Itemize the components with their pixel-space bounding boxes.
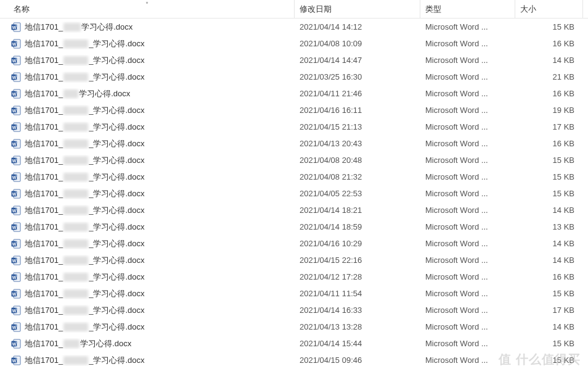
- file-row[interactable]: W 地信1701_学习心得.docx2021/04/14 14:12Micros…: [0, 19, 588, 35]
- file-size-cell: 15 KB: [515, 156, 583, 165]
- file-row[interactable]: W 地信1701__学习心得.docx2021/04/08 20:48Micro…: [0, 152, 588, 168]
- file-row[interactable]: W 地信1701__学习心得.docx2021/04/14 14:47Micro…: [0, 52, 588, 69]
- file-name-prefix: 地信1701_: [25, 22, 63, 33]
- file-name: 地信1701__学习心得.docx: [25, 205, 144, 216]
- file-row[interactable]: W 地信1701__学习心得.docx2021/04/15 21:13Micro…: [0, 118, 588, 135]
- column-header-date[interactable]: 修改日期: [295, 0, 420, 18]
- file-row[interactable]: W 地信1701__学习心得.docx2021/04/14 16:33Micro…: [0, 302, 588, 318]
- redacted-name-segment: [63, 56, 88, 65]
- file-type-cell: Microsoft Word ...: [420, 156, 515, 165]
- file-name: 地信1701_学习心得.docx: [25, 22, 133, 33]
- file-name-cell: W 地信1701__学习心得.docx: [0, 205, 295, 216]
- file-row[interactable]: W 地信1701_学习心得.docx2021/04/11 21:46Micros…: [0, 85, 588, 102]
- file-type-cell: Microsoft Word ...: [420, 56, 515, 65]
- file-name: 地信1701__学习心得.docx: [25, 355, 144, 366]
- word-document-icon: W: [11, 156, 21, 165]
- file-name-prefix: 地信1701_: [25, 255, 63, 266]
- file-row[interactable]: W 地信1701__学习心得.docx2021/04/14 18:59Micro…: [0, 218, 588, 235]
- word-document-icon: W: [11, 172, 21, 182]
- file-name-prefix: 地信1701_: [25, 288, 63, 299]
- column-header-type[interactable]: 类型: [420, 0, 515, 18]
- svg-text:W: W: [12, 308, 17, 312]
- file-name: 地信1701__学习心得.docx: [25, 122, 144, 133]
- file-name-prefix: 地信1701_: [25, 322, 63, 333]
- word-document-icon: W: [11, 89, 21, 99]
- file-name: 地信1701__学习心得.docx: [25, 38, 144, 49]
- file-row[interactable]: W 地信1701__学习心得.docx2021/03/25 16:30Micro…: [0, 69, 588, 85]
- file-row[interactable]: W 地信1701__学习心得.docx2021/04/05 22:53Micro…: [0, 185, 588, 202]
- file-type-cell: Microsoft Word ...: [420, 339, 515, 348]
- file-date-cell: 2021/04/14 18:21: [295, 206, 420, 215]
- file-row[interactable]: W 地信1701__学习心得.docx2021/04/13 13:28Micro…: [0, 318, 588, 335]
- file-name-suffix: _学习心得.docx: [89, 55, 144, 66]
- file-type-cell: Microsoft Word ...: [420, 172, 515, 181]
- file-row[interactable]: W 地信1701__学习心得.docx2021/04/12 17:28Micro…: [0, 268, 588, 285]
- file-name-cell: W 地信1701__学习心得.docx: [0, 288, 295, 299]
- file-date-cell: 2021/04/08 21:32: [295, 172, 420, 181]
- svg-text:W: W: [12, 325, 17, 329]
- word-document-icon: W: [11, 189, 21, 199]
- file-size-cell: 17 KB: [515, 305, 583, 315]
- svg-text:W: W: [12, 125, 17, 129]
- file-date-cell: 2021/04/16 16:11: [295, 106, 420, 115]
- file-name-suffix: _学习心得.docx: [89, 38, 144, 49]
- file-size-cell: 14 KB: [515, 322, 583, 331]
- word-document-icon: W: [11, 305, 21, 315]
- redacted-name-segment: [63, 256, 88, 265]
- file-row[interactable]: W 地信1701__学习心得.docx2021/04/16 16:11Micro…: [0, 102, 588, 118]
- file-name-suffix: _学习心得.docx: [89, 355, 144, 366]
- file-type-cell: Microsoft Word ...: [420, 22, 515, 31]
- file-date-cell: 2021/04/11 21:46: [295, 89, 420, 98]
- svg-text:W: W: [12, 191, 17, 196]
- file-row[interactable]: W 地信1701__学习心得.docx2021/04/11 11:54Micro…: [0, 285, 588, 302]
- file-row[interactable]: W 地信1701__学习心得.docx2021/04/08 21:32Micro…: [0, 168, 588, 185]
- file-name: 地信1701_学习心得.docx: [25, 338, 131, 349]
- file-type-cell: Microsoft Word ...: [420, 72, 515, 81]
- svg-text:W: W: [12, 175, 17, 179]
- file-name-suffix: _学习心得.docx: [89, 188, 144, 199]
- column-header-size-label: 大小: [520, 4, 536, 15]
- file-date-cell: 2021/04/14 14:12: [295, 22, 420, 31]
- file-row[interactable]: W 地信1701__学习心得.docx2021/04/16 10:29Micro…: [0, 235, 588, 252]
- file-type-cell: Microsoft Word ...: [420, 355, 515, 365]
- file-row[interactable]: W 地信1701__学习心得.docx2021/04/14 18:21Micro…: [0, 202, 588, 218]
- file-name-suffix: _学习心得.docx: [89, 172, 144, 183]
- word-document-icon: W: [11, 289, 21, 299]
- file-type-cell: Microsoft Word ...: [420, 89, 515, 98]
- file-name-suffix: 学习心得.docx: [81, 22, 133, 33]
- file-row[interactable]: W 地信1701__学习心得.docx2021/04/15 09:46Micro…: [0, 352, 588, 368]
- redacted-name-segment: [63, 206, 88, 215]
- redacted-name-segment: [63, 273, 88, 281]
- file-type-cell: Microsoft Word ...: [420, 39, 515, 48]
- column-header-size[interactable]: 大小: [515, 0, 583, 18]
- column-header-name[interactable]: 名称 ˅: [0, 0, 295, 18]
- file-type-cell: Microsoft Word ...: [420, 256, 515, 265]
- file-row[interactable]: W 地信1701__学习心得.docx2021/04/13 20:43Micro…: [0, 135, 588, 152]
- file-row[interactable]: W 地信1701_学习心得.docx2021/04/14 15:44Micros…: [0, 335, 588, 352]
- file-date-cell: 2021/04/14 15:44: [295, 339, 420, 348]
- file-type-cell: Microsoft Word ...: [420, 239, 515, 248]
- file-name-cell: W 地信1701_学习心得.docx: [0, 22, 295, 33]
- file-name-prefix: 地信1701_: [25, 272, 63, 283]
- redacted-name-segment: [63, 89, 78, 98]
- file-name-prefix: 地信1701_: [25, 172, 63, 183]
- file-name-suffix: _学习心得.docx: [89, 322, 144, 333]
- file-size-cell: 15 KB: [515, 22, 583, 31]
- file-row[interactable]: W 地信1701__学习心得.docx2021/04/15 22:16Micro…: [0, 252, 588, 268]
- file-name-suffix: _学习心得.docx: [89, 255, 144, 266]
- file-size-cell: 15 KB: [515, 189, 583, 198]
- file-size-cell: 16 KB: [515, 39, 583, 48]
- file-name-cell: W 地信1701__学习心得.docx: [0, 255, 295, 266]
- file-name-prefix: 地信1701_: [25, 88, 63, 99]
- sort-indicator-icon: ˅: [145, 1, 149, 8]
- file-name: 地信1701__学习心得.docx: [25, 172, 144, 183]
- file-name-prefix: 地信1701_: [25, 338, 63, 349]
- file-row[interactable]: W 地信1701__学习心得.docx2021/04/08 10:09Micro…: [0, 35, 588, 52]
- file-date-cell: 2021/03/25 16:30: [295, 72, 420, 81]
- file-list: 名称 ˅ 修改日期 类型 大小 W 地信1701_学习心得.docx2021/0…: [0, 0, 588, 368]
- file-date-cell: 2021/04/08 20:48: [295, 156, 420, 165]
- redacted-name-segment: [63, 223, 88, 231]
- word-document-icon: W: [11, 72, 21, 82]
- file-date-cell: 2021/04/13 13:28: [295, 322, 420, 331]
- file-name-suffix: _学习心得.docx: [89, 305, 144, 316]
